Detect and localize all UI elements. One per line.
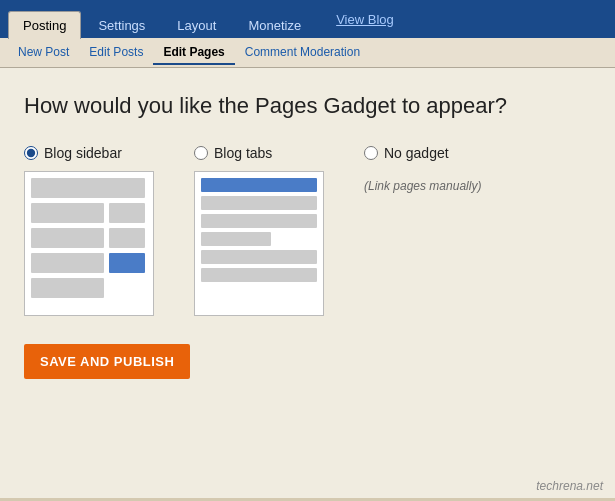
preview-bar-5 <box>109 228 144 248</box>
radio-blog-sidebar[interactable] <box>24 146 38 160</box>
preview-bar-4 <box>31 228 104 248</box>
tabs-preview <box>194 171 324 316</box>
preview-bar-7 <box>31 278 104 298</box>
save-and-publish-button[interactable]: SAVE AND PUBLISH <box>24 344 190 379</box>
no-gadget-note: (Link pages manually) <box>364 179 481 193</box>
watermark: techrena.net <box>536 479 603 493</box>
preview-bar-2 <box>31 203 104 223</box>
radio-blog-tabs[interactable] <box>194 146 208 160</box>
sidebar-preview <box>24 171 154 316</box>
preview-content-bar-2 <box>201 214 317 228</box>
blog-tabs-label[interactable]: Blog tabs <box>194 145 272 161</box>
view-blog-link[interactable]: View Blog <box>322 6 408 33</box>
blog-sidebar-label[interactable]: Blog sidebar <box>24 145 122 161</box>
preview-bar-blue <box>109 253 144 273</box>
blog-tabs-text: Blog tabs <box>214 145 272 161</box>
page-title: How would you like the Pages Gadget to a… <box>24 92 591 121</box>
tab-monetize[interactable]: Monetize <box>233 11 316 39</box>
top-navigation: Posting Settings Layout Monetize View Bl… <box>0 0 615 38</box>
preview-bar-6 <box>31 253 104 273</box>
preview-content-bar-1 <box>201 196 317 210</box>
tab-posting[interactable]: Posting <box>8 11 81 39</box>
option-blog-tabs: Blog tabs <box>194 145 324 316</box>
tab-settings[interactable]: Settings <box>83 11 160 39</box>
no-gadget-label[interactable]: No gadget <box>364 145 449 161</box>
blog-sidebar-text: Blog sidebar <box>44 145 122 161</box>
sub-navigation: New Post Edit Posts Edit Pages Comment M… <box>0 38 615 68</box>
preview-tabs-bar <box>201 178 317 192</box>
option-blog-sidebar: Blog sidebar <box>24 145 154 316</box>
no-gadget-text: No gadget <box>384 145 449 161</box>
preview-content-bar-5 <box>201 268 317 282</box>
options-row: Blog sidebar Blog tabs <box>24 145 591 316</box>
tab-layout[interactable]: Layout <box>162 11 231 39</box>
preview-content-bar-4 <box>201 250 317 264</box>
option-no-gadget: No gadget (Link pages manually) <box>364 145 481 193</box>
preview-bar-3 <box>109 203 144 223</box>
radio-no-gadget[interactable] <box>364 146 378 160</box>
main-content: How would you like the Pages Gadget to a… <box>0 68 615 498</box>
preview-bar-1 <box>31 178 145 198</box>
subnav-edit-posts[interactable]: Edit Posts <box>79 41 153 65</box>
subnav-new-post[interactable]: New Post <box>8 41 79 65</box>
preview-empty <box>109 278 144 298</box>
subnav-edit-pages[interactable]: Edit Pages <box>153 41 234 65</box>
subnav-comment-moderation[interactable]: Comment Moderation <box>235 41 370 65</box>
preview-content-bar-3 <box>201 232 271 246</box>
